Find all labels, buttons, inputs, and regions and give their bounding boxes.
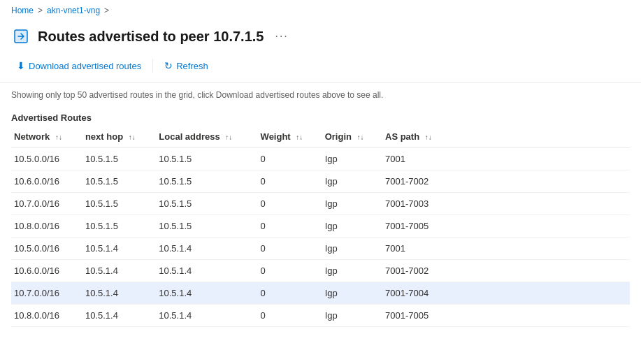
cell-local_address: 10.5.1.4 (156, 282, 257, 305)
page-title: Routes advertised to peer 10.7.1.5 (38, 29, 264, 45)
cell-network: 10.7.0.0/16 (11, 282, 82, 305)
routes-table: Network ↑↓ next hop ↑↓ Local address ↑↓ … (11, 126, 630, 327)
cell-origin: Igp (322, 282, 382, 305)
cell-weight: 0 (258, 193, 322, 215)
table-row[interactable]: 10.8.0.0/1610.5.1.510.5.1.50Igp7001-7005 (11, 215, 630, 238)
cell-nexthop: 10.5.1.4 (82, 282, 156, 305)
table-body: 10.5.0.0/1610.5.1.510.5.1.50Igp700110.6.… (11, 148, 630, 327)
col-as-path[interactable]: AS path ↑↓ (382, 126, 630, 148)
cell-local_address: 10.5.1.4 (156, 260, 257, 282)
breadcrumb-sep1: > (38, 6, 43, 15)
cell-network: 10.7.0.0/16 (11, 193, 82, 215)
cell-origin: Igp (322, 260, 382, 282)
table-row[interactable]: 10.7.0.0/1610.5.1.410.5.1.40Igp7001-7004 (11, 282, 630, 305)
sort-icon-origin: ↑↓ (357, 133, 364, 141)
cell-origin: Igp (322, 238, 382, 260)
cell-origin: Igp (322, 170, 382, 193)
col-weight[interactable]: Weight ↑↓ (258, 126, 322, 148)
cell-local_address: 10.5.1.5 (156, 215, 257, 238)
cell-network: 10.5.0.0/16 (11, 148, 82, 170)
table-container: Network ↑↓ next hop ↑↓ Local address ↑↓ … (0, 126, 641, 327)
toolbar-separator (152, 59, 153, 73)
col-as-path-label: AS path (385, 131, 419, 142)
cell-weight: 0 (258, 170, 322, 193)
table-row[interactable]: 10.5.0.0/1610.5.1.410.5.1.40Igp7001 (11, 238, 630, 260)
cell-as_path: 7001-7003 (382, 193, 630, 215)
cell-nexthop: 10.5.1.5 (82, 215, 156, 238)
download-button[interactable]: ⬇ Download advertised routes (11, 57, 147, 74)
cell-network: 10.5.0.0/16 (11, 238, 82, 260)
cell-as_path: 7001-7005 (382, 305, 630, 327)
cell-network: 10.6.0.0/16 (11, 260, 82, 282)
refresh-button[interactable]: ↻ Refresh (159, 57, 214, 74)
sort-icon-nexthop: ↑↓ (129, 133, 136, 141)
cell-weight: 0 (258, 282, 322, 305)
info-bar: Showing only top 50 advertised routes in… (0, 83, 641, 107)
col-local-address[interactable]: Local address ↑↓ (156, 126, 257, 148)
cell-weight: 0 (258, 215, 322, 238)
cell-nexthop: 10.5.1.5 (82, 170, 156, 193)
sort-icon-network: ↑↓ (55, 133, 62, 141)
refresh-icon: ↻ (164, 60, 173, 71)
table-header-row: Network ↑↓ next hop ↑↓ Local address ↑↓ … (11, 126, 630, 148)
cell-origin: Igp (322, 148, 382, 170)
cell-as_path: 7001-7005 (382, 215, 630, 238)
col-local-address-label: Local address (159, 131, 219, 142)
breadcrumb-parent[interactable]: akn-vnet1-vng (47, 6, 100, 15)
ellipsis-button[interactable]: ··· (271, 29, 292, 44)
page-icon (11, 27, 31, 46)
cell-origin: Igp (322, 193, 382, 215)
cell-nexthop: 10.5.1.4 (82, 260, 156, 282)
table-row[interactable]: 10.6.0.0/1610.5.1.510.5.1.50Igp7001-7002 (11, 170, 630, 193)
cell-origin: Igp (322, 215, 382, 238)
sort-icon-weight: ↑↓ (296, 133, 303, 141)
cell-local_address: 10.5.1.4 (156, 305, 257, 327)
col-origin[interactable]: Origin ↑↓ (322, 126, 382, 148)
cell-as_path: 7001 (382, 148, 630, 170)
cell-local_address: 10.5.1.4 (156, 238, 257, 260)
download-label: Download advertised routes (29, 61, 141, 71)
cell-local_address: 10.5.1.5 (156, 148, 257, 170)
cell-nexthop: 10.5.1.5 (82, 193, 156, 215)
col-nexthop[interactable]: next hop ↑↓ (82, 126, 156, 148)
cell-as_path: 7001-7002 (382, 260, 630, 282)
toolbar: ⬇ Download advertised routes ↻ Refresh (0, 54, 641, 83)
table-row[interactable]: 10.6.0.0/1610.5.1.410.5.1.40Igp7001-7002 (11, 260, 630, 282)
table-row[interactable]: 10.8.0.0/1610.5.1.410.5.1.40Igp7001-7005 (11, 305, 630, 327)
col-origin-label: Origin (325, 131, 352, 142)
section-label: Advertised Routes (0, 107, 641, 126)
col-nexthop-label: next hop (85, 131, 123, 142)
refresh-label: Refresh (176, 61, 208, 71)
cell-origin: Igp (322, 305, 382, 327)
breadcrumb: Home > akn-vnet1-vng > (0, 0, 641, 21)
cell-nexthop: 10.5.1.4 (82, 305, 156, 327)
col-weight-label: Weight (261, 131, 291, 142)
info-text: Showing only top 50 advertised routes in… (11, 90, 383, 100)
table-row[interactable]: 10.7.0.0/1610.5.1.510.5.1.50Igp7001-7003 (11, 193, 630, 215)
breadcrumb-home[interactable]: Home (11, 6, 34, 15)
cell-local_address: 10.5.1.5 (156, 193, 257, 215)
sort-icon-local-address: ↑↓ (225, 133, 232, 141)
download-icon: ⬇ (17, 60, 25, 71)
table-row[interactable]: 10.5.0.0/1610.5.1.510.5.1.50Igp7001 (11, 148, 630, 170)
cell-network: 10.8.0.0/16 (11, 305, 82, 327)
breadcrumb-sep2: > (104, 6, 109, 15)
col-network-label: Network (14, 131, 50, 142)
cell-nexthop: 10.5.1.5 (82, 148, 156, 170)
cell-as_path: 7001 (382, 238, 630, 260)
cell-weight: 0 (258, 305, 322, 327)
cell-as_path: 7001-7002 (382, 170, 630, 193)
cell-local_address: 10.5.1.5 (156, 170, 257, 193)
cell-as_path: 7001-7004 (382, 282, 630, 305)
cell-network: 10.6.0.0/16 (11, 170, 82, 193)
cell-weight: 0 (258, 238, 322, 260)
col-network[interactable]: Network ↑↓ (11, 126, 82, 148)
sort-icon-as-path: ↑↓ (425, 133, 432, 141)
cell-weight: 0 (258, 260, 322, 282)
page-header: Routes advertised to peer 10.7.1.5 ··· (0, 21, 641, 54)
cell-network: 10.8.0.0/16 (11, 215, 82, 238)
cell-nexthop: 10.5.1.4 (82, 238, 156, 260)
cell-weight: 0 (258, 148, 322, 170)
